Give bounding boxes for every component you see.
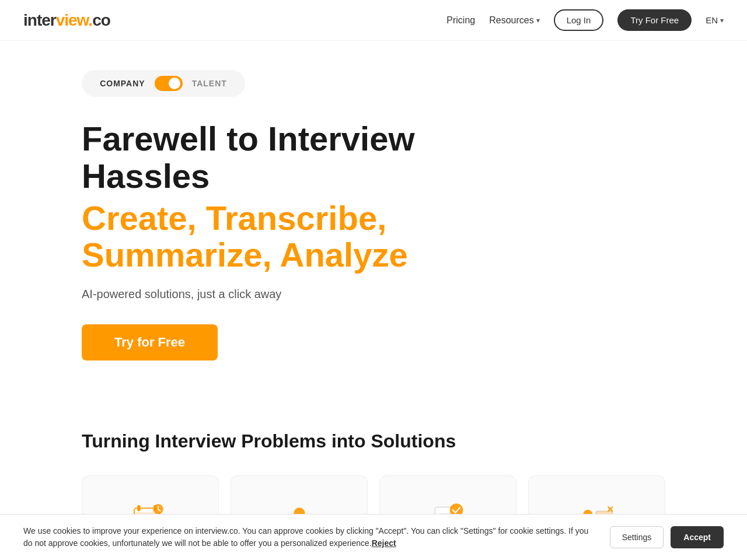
toggle-knob	[169, 78, 180, 89]
svg-rect-2	[137, 505, 140, 512]
toggle-switch[interactable]	[155, 76, 183, 91]
cookie-reject-link[interactable]: Reject	[372, 538, 396, 548]
company-talent-toggle[interactable]: COMPANY TALENT	[82, 70, 245, 97]
login-button[interactable]: Log In	[554, 9, 604, 31]
nav-pricing[interactable]: Pricing	[446, 15, 475, 26]
hero-headline-line1: Farewell to Interview	[82, 120, 415, 158]
cookie-text: We use cookies to improve your experienc…	[23, 525, 598, 550]
hero-cta-button[interactable]: Try for Free	[82, 324, 218, 360]
cookie-settings-button[interactable]: Settings	[610, 526, 664, 548]
lang-selector[interactable]: EN ▾	[706, 15, 724, 25]
navbar: interview.co Pricing Resources ▾ Log In …	[0, 0, 747, 41]
lang-label: EN	[706, 15, 718, 25]
toggle-talent-label: TALENT	[192, 79, 227, 88]
logo-inter: inter	[23, 11, 56, 29]
logo[interactable]: interview.co	[23, 11, 110, 30]
hero-tagline: Create, Transcribe, Summarize, Analyze	[82, 200, 724, 274]
hero-tagline-line1: Create, Transcribe,	[82, 199, 386, 237]
cookie-banner: We use cookies to improve your experienc…	[0, 514, 747, 560]
toggle-company-label: COMPANY	[100, 79, 145, 88]
try-for-free-button[interactable]: Try For Free	[617, 9, 692, 31]
nav-resources[interactable]: Resources ▾	[489, 15, 539, 26]
cookie-accept-button[interactable]: Accept	[671, 526, 724, 548]
hero-tagline-line2: Summarize, Analyze	[82, 236, 408, 274]
nav-resources-label: Resources	[489, 15, 533, 26]
cookie-actions: Settings Accept	[610, 526, 724, 548]
nav-links: Pricing Resources ▾ Log In Try For Free …	[446, 9, 724, 31]
cookie-message: We use cookies to improve your experienc…	[23, 526, 588, 548]
problems-heading: Turning Interview Problems into Solution…	[82, 430, 665, 452]
chevron-down-icon: ▾	[536, 16, 540, 24]
hero-section: COMPANY TALENT Farewell to Interview Has…	[0, 41, 747, 396]
hero-headline: Farewell to Interview Hassles	[82, 120, 724, 195]
hero-headline-line2: Hassles	[82, 157, 210, 195]
lang-chevron-icon: ▾	[720, 16, 724, 24]
hero-subtitle: AI-powered solutions, just a click away	[82, 288, 724, 301]
logo-co: co	[92, 11, 110, 29]
logo-view: view	[56, 11, 89, 29]
